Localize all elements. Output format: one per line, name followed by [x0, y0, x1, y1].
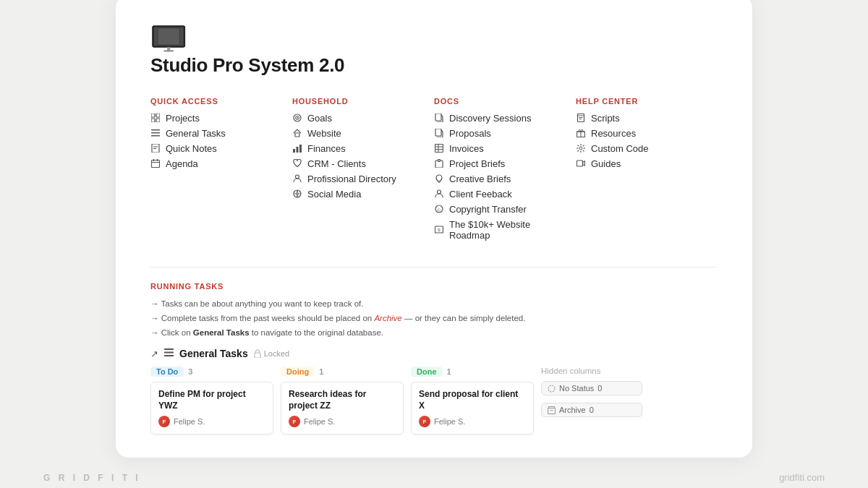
- resources-label: Resources: [591, 128, 636, 139]
- svg-point-57: [548, 385, 555, 392]
- card-zz-title: Research ideas for project ZZ: [289, 389, 396, 411]
- help-center-resources[interactable]: Resources: [576, 128, 706, 139]
- gear-icon: [576, 143, 586, 153]
- svg-point-51: [579, 147, 582, 150]
- assignee-name-ywz: Felipe S.: [174, 417, 205, 426]
- kanban-done-col: Done 1 Send proposal for client X F Feli…: [411, 367, 534, 435]
- hidden-col-header: Hidden columns: [541, 367, 642, 375]
- finances-label: Finances: [307, 143, 346, 154]
- svg-rect-5: [163, 50, 174, 51]
- running-tasks-desc-3: → Click on General Tasks to navigate to …: [150, 327, 718, 339]
- dollar-icon: $: [434, 225, 444, 235]
- help-center-section: HELP CENTER Scripts Resources: [576, 97, 718, 245]
- svg-rect-53: [164, 348, 174, 350]
- todo-count: 3: [188, 367, 192, 376]
- header: Studio Pro System 2.0: [150, 24, 718, 77]
- general-tasks-db-label[interactable]: General Tasks: [179, 348, 248, 359]
- svg-rect-32: [435, 145, 443, 153]
- household-section: HOUSEHOLD Goals Website: [292, 97, 434, 245]
- help-center-custom-code[interactable]: Custom Code: [576, 143, 706, 154]
- done-status-pill: Done: [411, 367, 443, 377]
- bulb-icon: [434, 174, 444, 184]
- sections-grid: QUICK ACCESS Projects General Tasks: [150, 97, 718, 245]
- svg-rect-26: [299, 145, 302, 153]
- help-center-title: HELP CENTER: [576, 97, 706, 106]
- docs-project-briefs[interactable]: Project Briefs: [434, 158, 564, 169]
- project-briefs-label: Project Briefs: [449, 158, 505, 169]
- household-social-media[interactable]: Social Media: [292, 189, 422, 200]
- svg-rect-55: [164, 355, 174, 356]
- agenda-label: Agenda: [166, 158, 198, 169]
- kanban-card-proposal[interactable]: Send proposal for client X F Felipe S.: [411, 382, 534, 435]
- kanban-doing-col: Doing 1 Research ideas for project ZZ F …: [281, 367, 404, 435]
- svg-rect-54: [164, 352, 174, 354]
- footer-left-logo: G R I D F I T I: [43, 473, 141, 483]
- help-center-guides[interactable]: Guides: [576, 158, 706, 169]
- household-professional-directory[interactable]: Profissional Directory: [292, 174, 422, 184]
- assignee-name-proposal: Felipe S.: [434, 417, 465, 426]
- docs-discovery-sessions[interactable]: Discovery Sessions: [434, 113, 564, 124]
- quick-access-title: QUICK ACCESS: [150, 97, 281, 106]
- doing-count: 1: [319, 367, 323, 376]
- kanban-done-header: Done 1: [411, 367, 534, 377]
- quick-access-general-tasks[interactable]: General Tasks: [150, 128, 281, 139]
- household-website[interactable]: Website: [292, 128, 422, 139]
- svg-rect-8: [151, 119, 155, 122]
- no-status-count: 0: [597, 384, 602, 393]
- creative-briefs-label: Creative Briefs: [449, 174, 511, 184]
- kanban-todo-col: To Do 3 Define PM for project YWZ F Feli…: [150, 367, 273, 435]
- locked-label: Locked: [264, 349, 289, 358]
- household-crm-clients[interactable]: CRM - Clients: [292, 158, 422, 169]
- card-zz-assignee: F Felipe S.: [289, 416, 396, 427]
- archive-badge: Archive 0: [541, 403, 642, 417]
- kanban-todo-header: To Do 3: [150, 367, 273, 377]
- docs-invoices[interactable]: Invoices: [434, 143, 564, 154]
- goals-label: Goals: [307, 113, 332, 124]
- doing-status-pill: Doing: [281, 367, 315, 377]
- running-tasks-desc-1: → Tasks can be about anything you want t…: [150, 298, 718, 310]
- kanban-hidden-col: Hidden columns No Status 0 Archive 0: [541, 367, 642, 435]
- kanban-card-ywz[interactable]: Define PM for project YWZ F Felipe S.: [150, 382, 273, 435]
- quick-access-agenda[interactable]: Agenda: [150, 158, 281, 169]
- quick-access-quick-notes[interactable]: Quick Notes: [150, 143, 281, 154]
- svg-point-39: [438, 190, 441, 194]
- docs-10k-roadmap[interactable]: $ The $10k+ Website Roadmap: [434, 219, 564, 241]
- target-icon: [292, 113, 302, 123]
- kanban-card-zz[interactable]: Research ideas for project ZZ F Felipe S…: [281, 382, 404, 435]
- quick-access-projects[interactable]: Projects: [150, 113, 281, 124]
- guides-label: Guides: [591, 158, 621, 169]
- book-icon: [576, 113, 586, 123]
- client-feedback-label: Client Feeback: [449, 189, 512, 200]
- main-card: Studio Pro System 2.0 QUICK ACCESS Proje…: [116, 0, 752, 458]
- card-ywz-title: Define PM for project YWZ: [158, 389, 265, 411]
- svg-rect-56: [255, 353, 260, 358]
- docs-section: DOCS Discovery Sessions Proposals: [434, 97, 576, 245]
- help-center-scripts[interactable]: Scripts: [576, 113, 706, 124]
- general-tasks-label: General Tasks: [166, 128, 226, 139]
- monitor-icon: [150, 24, 191, 54]
- no-status-label: No Status: [559, 384, 594, 393]
- svg-rect-12: [151, 135, 160, 137]
- svg-rect-10: [151, 129, 160, 131]
- docs-copyright-transfer[interactable]: © Copyright Transfer: [434, 204, 564, 215]
- person-icon: [292, 174, 302, 184]
- gift-icon: [576, 128, 586, 138]
- docs-creative-briefs[interactable]: Creative Briefs: [434, 174, 564, 184]
- social-icon: [292, 189, 302, 199]
- general-tasks-header: ↗ General Tasks Locked: [150, 348, 718, 359]
- docs-proposals[interactable]: Proposals: [434, 128, 564, 139]
- svg-rect-3: [158, 28, 179, 44]
- household-finances[interactable]: Finances: [292, 143, 422, 154]
- svg-rect-31: [435, 129, 441, 136]
- discovery-sessions-label: Discovery Sessions: [449, 113, 531, 124]
- docs-client-feedback[interactable]: Client Feeback: [434, 189, 564, 200]
- svg-rect-52: [577, 160, 583, 166]
- household-goals[interactable]: Goals: [292, 113, 422, 124]
- calendar-icon: [150, 158, 161, 168]
- copyright-icon: ©: [434, 204, 444, 214]
- svg-rect-58: [548, 408, 556, 414]
- chart-icon: [292, 143, 302, 153]
- svg-text:$: $: [438, 228, 441, 232]
- svg-rect-24: [293, 149, 295, 153]
- household-title: HOUSEHOLD: [292, 97, 422, 106]
